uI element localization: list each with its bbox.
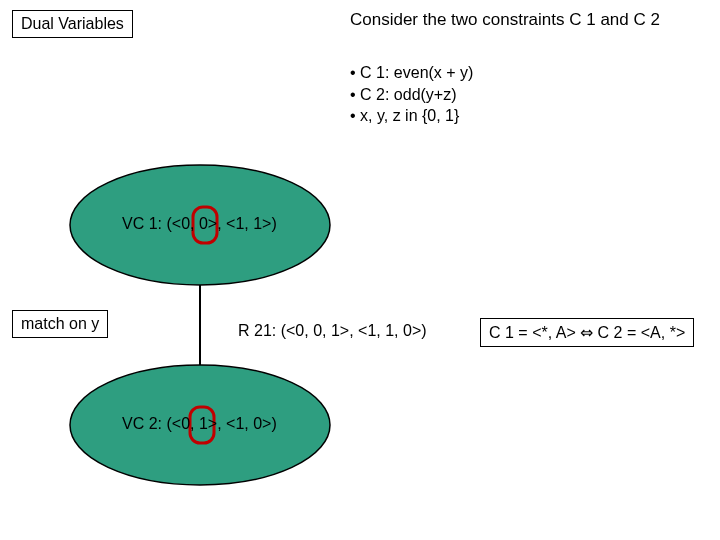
node-vc1-label: VC 1: (<0, 0>, <1, 1>) — [122, 215, 277, 233]
match-box: match on y — [12, 310, 108, 338]
equiv-box: C 1 = <*, A> ⇔ C 2 = <A, *> — [480, 318, 694, 347]
title-text: Dual Variables — [21, 15, 124, 32]
constraint-c2: C 2: odd(y+z) — [350, 84, 473, 106]
equiv-text: C 1 = <*, A> ⇔ C 2 = <A, *> — [489, 324, 685, 341]
title-box: Dual Variables — [12, 10, 133, 38]
constraint-c1: C 1: even(x + y) — [350, 62, 473, 84]
match-text: match on y — [21, 315, 99, 332]
edge-r21-label: R 21: (<0, 0, 1>, <1, 1, 0>) — [238, 322, 427, 340]
intro-text: Consider the two constraints C 1 and C 2 — [350, 10, 660, 30]
node-vc2-label: VC 2: (<0, 1>, <1, 0>) — [122, 415, 277, 433]
constraint-domain: x, y, z in {0, 1} — [350, 105, 473, 127]
constraints-list: C 1: even(x + y) C 2: odd(y+z) x, y, z i… — [350, 62, 473, 127]
